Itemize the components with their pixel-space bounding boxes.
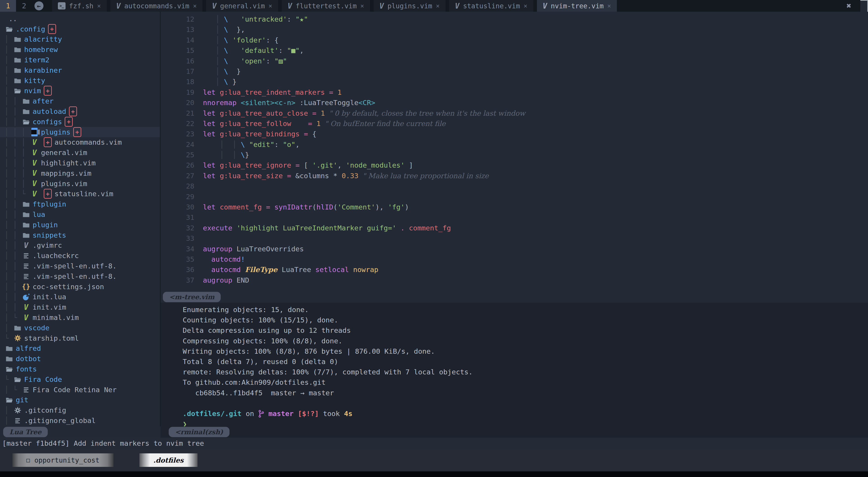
- tree-item-.vim-spell-en.utf-8.[interactable]: │ │ .vim-spell-en.utf-8.: [4, 271, 160, 281]
- code-line-26: 26let g:lua_tree_ignore = [ '.git', 'nod…: [161, 160, 868, 170]
- close-icon[interactable]: ✖: [846, 0, 851, 12]
- tree-item-after[interactable]: │ │ after: [4, 96, 160, 106]
- folder-open-icon: [6, 397, 13, 403]
- gear-icon: [14, 335, 21, 342]
- indent-guide: │ └: [4, 313, 21, 321]
- tree-item-plugin[interactable]: │ │ plugin: [4, 219, 160, 230]
- tree-item-.gvimrc[interactable]: │ │ V.gvimrc: [4, 240, 160, 251]
- tmux-window-opportunity-cost[interactable]: □ opportunity_cost: [12, 453, 114, 467]
- buffer-tab-nvim-tree.vim[interactable]: Vnvim-tree.vim×: [537, 0, 617, 12]
- file-tree-pane[interactable]: ...config+│ alacritty│ homebrew│ iterm2│…: [0, 12, 160, 438]
- git-plus-badge: +: [73, 127, 81, 137]
- tree-item-label: ..: [9, 14, 17, 23]
- tree-item-ftplugin[interactable]: │ │ ftplugin: [4, 199, 160, 209]
- buffer-tab-fzf.sh[interactable]: >_fzf.sh×: [52, 0, 107, 12]
- indent-guide: │ │: [4, 262, 21, 270]
- tree-item-plugins[interactable]: │ │ │ plugins+: [0, 127, 160, 137]
- tree-item-homebrew[interactable]: │ homebrew: [4, 44, 160, 55]
- tree-item-Fira Code[interactable]: └ Fira Code: [4, 374, 160, 384]
- git-plus-badge: +: [44, 189, 52, 199]
- tree-item-.vim-spell-en.utf-8.[interactable]: │ │ .vim-spell-en.utf-8.: [4, 261, 160, 271]
- vim-icon: V: [24, 313, 28, 322]
- tree-item-init.lua[interactable]: │ │ init.lua: [4, 292, 160, 302]
- tree-item-Fira Code Retina Ner[interactable]: │ └ Fira Code Retina Ner: [4, 384, 160, 395]
- tree-item-lua[interactable]: │ │ lua: [4, 209, 160, 219]
- tree-item-highlight.vim[interactable]: │ │ │ Vhighlight.vim: [4, 158, 160, 168]
- buffer-tab-label: general.vim: [220, 2, 265, 10]
- tab-close-icon[interactable]: ×: [524, 2, 527, 10]
- tree-item-starship.toml[interactable]: └ starship.toml: [4, 333, 160, 343]
- indent-guide: │ │: [4, 272, 21, 280]
- editor-pane[interactable]: 12 │ \ 'untracked': "★"13 │ \ },14 │ \ '…: [161, 12, 868, 292]
- buffer-tab-plugins.vim[interactable]: Vplugins.vim×: [374, 0, 445, 12]
- tree-statusline: Lua Tree: [0, 427, 163, 438]
- tree-item-alfred[interactable]: alfred: [4, 343, 160, 354]
- tree-item-label: alacritty: [24, 35, 62, 43]
- tree-item-init.vim[interactable]: │ │ Vinit.vim: [4, 302, 160, 312]
- back-arrow-icon[interactable]: ←: [34, 1, 43, 10]
- indent-guide: └: [4, 334, 13, 342]
- tab-close-icon[interactable]: ×: [193, 2, 197, 10]
- tree-item-autocommands.vim[interactable]: │ │ │ V+autocommands.vim: [4, 137, 160, 147]
- tree-item-.luacheckrc[interactable]: │ │ .luacheckrc: [4, 250, 160, 261]
- tree-item-karabiner[interactable]: │ karabiner: [4, 65, 160, 75]
- code-line-16: 16 │ \ 'open': "▨": [161, 56, 868, 66]
- tree-item-label: plugins.vim: [41, 179, 87, 188]
- tree-item-kitty[interactable]: │ kitty: [4, 75, 160, 86]
- buffer-tab-statusline.vim[interactable]: Vstatusline.vim×: [449, 0, 533, 12]
- folder-open-icon: [6, 26, 13, 32]
- tree-item-iterm2[interactable]: │ iterm2: [4, 55, 160, 65]
- tree-item-coc-settings.json[interactable]: │ │ {}coc-settings.json: [4, 281, 160, 292]
- tree-item-..[interactable]: ..: [4, 13, 160, 24]
- indent-guide: │ │: [4, 283, 21, 291]
- tree-item-statusline.vim[interactable]: │ │ └ V+statusline.vim: [4, 189, 160, 199]
- line-number: 18: [161, 76, 203, 87]
- vim-icon: V: [32, 159, 37, 167]
- code-line-15: 15 │ \ 'default': "■",: [161, 45, 868, 56]
- code-line-34: 34augroup LuaTreeOverrides: [161, 244, 868, 254]
- indent-guide: │ │: [4, 210, 21, 218]
- tree-item-dotbot[interactable]: dotbot: [4, 353, 160, 364]
- tree-item-autoload[interactable]: │ │ autoload+: [4, 106, 160, 116]
- tmux-window-dotfiles[interactable]: .dotfiles: [140, 453, 197, 467]
- buffer-tab-general.vim[interactable]: Vgeneral.vim×: [206, 0, 278, 12]
- tab-close-icon[interactable]: ×: [607, 2, 611, 10]
- tree-item-.gitconfig[interactable]: │ .gitconfig: [4, 405, 160, 415]
- tab-close-icon[interactable]: ×: [269, 2, 272, 10]
- tree-item-general.vim[interactable]: │ │ │ Vgeneral.vim: [4, 147, 160, 158]
- tree-item-nvim[interactable]: │ nvim+: [4, 86, 160, 96]
- indent-guide: │ │: [4, 221, 21, 229]
- tree-item-.config[interactable]: .config+: [4, 24, 160, 34]
- indent-guide: │ │: [4, 293, 21, 301]
- tree-item-configs[interactable]: │ │ configs+: [4, 116, 160, 127]
- tree-item-label: .gitconfig: [24, 406, 66, 414]
- indent-guide: │ │ │: [4, 138, 30, 146]
- tab-close-icon[interactable]: ×: [360, 2, 364, 10]
- folder-icon: [14, 325, 21, 331]
- buffer-tab-autocommands.vim[interactable]: Vautocommands.vim×: [111, 0, 203, 12]
- line-number: 28: [161, 181, 203, 191]
- tree-item-mappings.vim[interactable]: │ │ │ Vmappings.vim: [4, 168, 160, 178]
- tab-close-icon[interactable]: ×: [97, 2, 101, 10]
- tree-item-vscode[interactable]: │ vscode: [4, 322, 160, 333]
- tmux-pane-index-1[interactable]: 1: [0, 0, 16, 12]
- tree-item-minimal.vim[interactable]: │ └ Vminimal.vim: [4, 312, 160, 322]
- tree-item-label: after: [33, 97, 54, 105]
- terminal-pane[interactable]: Enumerating objects: 15, done.Counting o…: [161, 303, 868, 427]
- tree-item-git[interactable]: git: [4, 395, 160, 405]
- terminal-statusline: <rminal(zsh): [161, 427, 868, 438]
- screen-bottom-strip: [0, 471, 868, 477]
- tree-item-alacritty[interactable]: │ alacritty: [4, 34, 160, 44]
- tmux-pane-index-2[interactable]: 2: [16, 0, 32, 12]
- tree-item-label: vscode: [24, 324, 49, 332]
- tab-close-icon[interactable]: ×: [436, 2, 440, 10]
- tree-item-plugins.vim[interactable]: │ │ │ Vplugins.vim: [4, 178, 160, 189]
- vim-icon: V: [543, 2, 547, 10]
- tree-item-snippets[interactable]: │ │ snippets: [4, 230, 160, 240]
- line-number: 32: [161, 223, 203, 233]
- buffer-tab-fluttertest.vim[interactable]: Vfluttertest.vim×: [282, 0, 370, 12]
- tree-item-.gitignore_global[interactable]: │ .gitignore_global: [4, 415, 160, 426]
- code-line-19: 19let g:lua_tree_indent_markers = 1: [161, 87, 868, 97]
- code-line-32: 32execute 'highlight LuaTreeIndentMarker…: [161, 223, 868, 233]
- tree-item-fonts[interactable]: fonts: [4, 364, 160, 374]
